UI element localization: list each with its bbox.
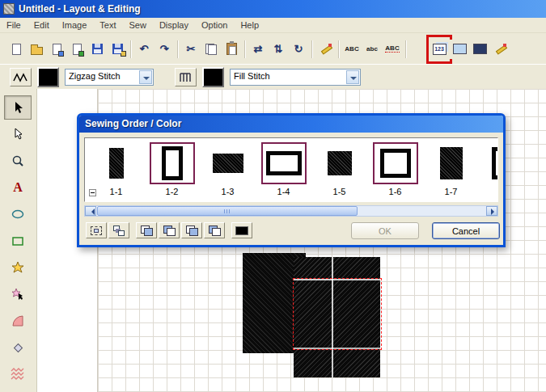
toolbar-separator: [311, 40, 313, 58]
sewing-order-item[interactable]: 1-1: [88, 142, 144, 201]
thread-color-button[interactable]: [231, 222, 252, 238]
window-titlebar[interactable]: Untitled - Layout & Editing: [0, 0, 546, 18]
text-fit-button[interactable]: ABC: [383, 40, 402, 59]
region-sew-type-combobox[interactable]: Fill Stitch: [230, 69, 361, 86]
scroll-right-button[interactable]: [486, 206, 497, 216]
line-sew-type-button[interactable]: [10, 68, 32, 86]
item-thumbnail-selected: [150, 142, 195, 184]
preview-icon: [453, 44, 467, 54]
rectangle-tool-button[interactable]: [4, 229, 32, 253]
select-frame-button[interactable]: [86, 222, 107, 238]
menu-option[interactable]: Option: [195, 19, 234, 32]
realistic-preview-button[interactable]: [470, 40, 489, 59]
region-sew-type-button[interactable]: [175, 68, 197, 86]
flip-horizontal-icon: ⇄: [254, 44, 263, 54]
open-button[interactable]: [27, 40, 46, 59]
item-label: 1-7: [445, 187, 458, 196]
order-tree-button[interactable]: [108, 222, 129, 238]
highlight-box: [426, 35, 452, 64]
point-edit-tool-button[interactable]: [4, 122, 32, 146]
ok-button[interactable]: OK: [351, 222, 419, 239]
flip-vertical-button[interactable]: ⇅: [269, 40, 288, 59]
cancel-button[interactable]: Cancel: [432, 222, 500, 239]
shape-select-tool-button[interactable]: [4, 282, 32, 306]
stitch-tool-button[interactable]: [4, 362, 32, 386]
sewing-order-button[interactable]: 123: [430, 40, 449, 59]
new-document-button[interactable]: [6, 40, 26, 59]
menu-text[interactable]: Text: [93, 19, 122, 32]
line-sew-type-combobox[interactable]: Zigzag Stitch: [65, 69, 154, 86]
thread-color-swatch: [235, 226, 248, 235]
write-to-card-button[interactable]: [108, 40, 127, 59]
small-text-icon: abc: [366, 46, 378, 53]
scroll-left-button[interactable]: [85, 206, 96, 216]
order-tree-icon: [112, 226, 125, 236]
outline-shape: [380, 149, 411, 178]
select-tool-button[interactable]: [4, 95, 32, 120]
flip-vertical-icon: ⇅: [274, 44, 283, 54]
write-card-icon: [112, 44, 123, 54]
small-text-button[interactable]: abc: [362, 40, 382, 59]
bring-forward-button[interactable]: [136, 222, 157, 238]
copy-button[interactable]: [201, 40, 221, 59]
menu-edit[interactable]: Edit: [28, 19, 56, 32]
save-icon: [92, 44, 103, 54]
redo-button[interactable]: ↷: [154, 40, 174, 59]
paste-icon: [226, 43, 237, 55]
rotate-button[interactable]: ↻: [289, 40, 308, 59]
menu-file[interactable]: File: [0, 19, 28, 32]
region-color-button[interactable]: [202, 67, 224, 87]
design-settings-button[interactable]: [315, 40, 335, 59]
window-title: Untitled - Layout & Editing: [19, 3, 141, 15]
save-button[interactable]: [87, 40, 107, 59]
menu-sew[interactable]: Sew: [122, 19, 152, 32]
sewing-order-item[interactable]: 1-5: [311, 142, 367, 201]
stitch-simulator-button[interactable]: [490, 40, 510, 59]
import-design-icon: [53, 44, 61, 55]
item-label: 1-2: [166, 187, 179, 196]
copy-icon: [205, 44, 217, 55]
toolbar-separator: [177, 40, 179, 58]
collapse-group-toggle[interactable]: [89, 189, 96, 196]
shape-tool-button[interactable]: [4, 255, 32, 280]
item-label: 1-1: [110, 187, 123, 196]
export-design-button[interactable]: [67, 40, 87, 59]
sewing-order-item[interactable]: 1-4: [256, 142, 311, 201]
ellipse-tool-button[interactable]: [4, 202, 32, 226]
paste-button[interactable]: [222, 40, 241, 59]
bring-to-front-button[interactable]: [181, 222, 202, 238]
toolbar-separator: [405, 40, 407, 58]
dialog-titlebar[interactable]: Sewing Order / Color: [79, 116, 503, 133]
cut-button[interactable]: ✂: [181, 40, 201, 59]
manual-punch-tool-button[interactable]: [4, 335, 32, 360]
dropdown-arrow-icon[interactable]: [346, 70, 359, 84]
menu-display[interactable]: Display: [153, 19, 195, 32]
dropdown-arrow-icon[interactable]: [139, 70, 152, 84]
fill-shape: [213, 154, 243, 173]
scrollbar-thumb[interactable]: [97, 206, 358, 216]
sewing-order-item[interactable]: 1-3: [200, 142, 256, 201]
scissors-icon: ✂: [187, 44, 196, 54]
sewing-order-item[interactable]: 1-6: [367, 142, 423, 201]
fan-shape-tool-button[interactable]: [4, 309, 32, 333]
realistic-preview-icon: [473, 44, 487, 54]
item-thumbnail: [205, 142, 251, 184]
preview-button[interactable]: [450, 40, 469, 59]
import-design-button[interactable]: [47, 40, 66, 59]
line-color-button[interactable]: [37, 67, 59, 87]
menu-image[interactable]: Image: [56, 19, 94, 32]
sewing-order-item[interactable]: 1-7: [423, 142, 479, 201]
undo-button[interactable]: ↶: [134, 40, 154, 59]
sewing-order-item[interactable]: 1-2: [144, 142, 200, 201]
menu-help[interactable]: Help: [234, 19, 265, 32]
text-tool-button[interactable]: A: [4, 175, 32, 200]
text-attributes-button[interactable]: ABC: [342, 40, 362, 59]
send-backward-button[interactable]: [159, 222, 180, 238]
needle-icon: [494, 43, 506, 55]
sewing-order-item-partial[interactable]: [479, 142, 498, 201]
bring-forward-icon: [141, 226, 153, 236]
zoom-tool-button[interactable]: [4, 149, 32, 173]
flip-horizontal-button[interactable]: ⇄: [248, 40, 268, 59]
horizontal-scrollbar[interactable]: [84, 205, 498, 217]
send-to-back-button[interactable]: [204, 222, 225, 238]
